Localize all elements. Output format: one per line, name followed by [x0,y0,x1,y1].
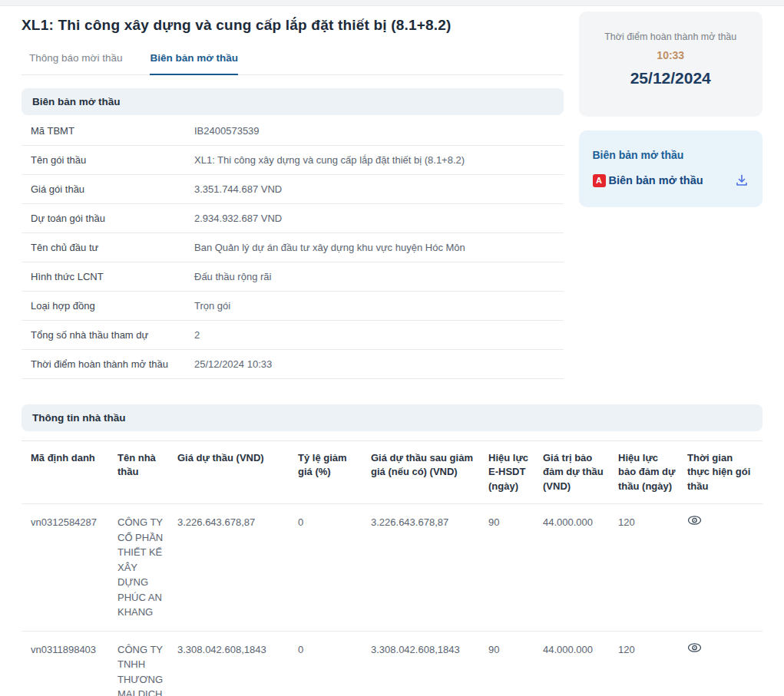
detail-section-header: Biên bản mở thầu [22,88,564,115]
bidder-ehsdt-validity: 90 [488,632,543,696]
detail-label: Hình thức LCNT [22,271,194,282]
bidder-id: vn0311898403 [22,632,117,696]
col-header-gia-du-thau: Giá dự thầu (VND) [177,441,298,503]
detail-value: 2.934.932.687 VND [194,213,564,224]
tab-bar: Thông báo mời thầu Biên bản mở thầu [22,52,564,75]
detail-row: Dự toán gói thầu 2.934.932.687 VND [22,204,564,233]
page-title: XL1: Thi công xây dựng và cung cấp lắp đ… [22,17,564,34]
bidder-discount: 0 [298,504,371,631]
tab-bien-ban-mo-thau[interactable]: Biên bản mở thầu [150,52,238,75]
document-file-row: A Biên bản mở thầu [593,173,749,187]
detail-label: Tổng số nhà thầu tham dự [22,329,194,341]
detail-list: Mã TBMT IB2400573539 Tên gói thầu XL1: T… [22,117,564,379]
detail-row: Tổng số nhà thầu tham dự 2 [22,321,564,350]
detail-value: XL1: Thi công xây dựng và cung cấp lắp đ… [194,154,564,166]
bidder-guarantee-value: 44.000.000 [543,504,618,631]
col-header-gia-tri-bao-dam: Giá trị bảo đảm dự thầu (VND) [543,441,618,503]
detail-row: Tên gói thầu XL1: Thi công xây dựng và c… [22,146,564,175]
detail-value: 25/12/2024 10:33 [194,358,564,370]
detail-label: Thời điểm hoàn thành mở thầu [22,358,194,370]
detail-row: Loại hợp đồng Trọn gói [22,292,564,321]
eye-icon[interactable] [687,632,762,696]
detail-label: Tên chủ đầu tư [22,242,194,253]
col-header-ty-le-giam-gia: Tỷ lệ giảm giá (%) [298,441,371,503]
bidder-name: CÔNG TY TNHH THƯƠNG MẠI DỊCH VỤ KỸ THUẬT… [117,632,177,696]
bidders-table-header-row: Mã định danh Tên nhà thầu Giá dự thầu (V… [22,441,762,503]
col-header-ma-dinh-danh: Mã định danh [22,441,117,503]
detail-label: Mã TBMT [22,125,194,137]
bidders-table: Mã định danh Tên nhà thầu Giá dự thầu (V… [22,440,762,696]
detail-label: Loại hợp đồng [22,300,194,312]
completion-time-card: Thời điểm hoàn thành mở thầu 10:33 25/12… [579,12,763,117]
col-header-gia-sau-giam-gia: Giá dự thầu sau giảm giá (nếu có) (VND) [371,441,488,503]
col-header-hieu-luc-ehsdt: Hiệu lực E-HSDT (ngày) [488,441,543,503]
pdf-file-icon: A [593,174,606,187]
detail-row: Tên chủ đầu tư Ban Quản lý dự án đầu tư … [22,233,564,262]
bidder-price-after-discount: 3.226.643.678,87 [371,504,488,631]
bidder-row: vn0312584287 CÔNG TY CỔ PHẦN THIẾT KẾ XÂ… [22,503,762,631]
bidder-price-after-discount: 3.308.042.608,1843 [371,632,488,696]
detail-value: Đấu thầu rộng rãi [194,271,564,282]
tab-thong-bao-moi-thau[interactable]: Thông báo mời thầu [29,52,122,74]
bidder-id: vn0312584287 [22,504,117,631]
bidder-guarantee-validity: 120 [618,632,687,696]
eye-icon[interactable] [687,504,762,631]
completion-date-value: 25/12/2024 [587,69,756,87]
page-top-strip [0,0,784,6]
bidder-guarantee-value: 44.000.000 [543,632,618,696]
bidder-name: CÔNG TY CỔ PHẦN THIẾT KẾ XÂY DỰNG PHÚC A… [117,504,177,631]
detail-value: Ban Quản lý dự án đầu tư xây dựng khu vự… [194,242,564,253]
detail-value: IB2400573539 [194,125,564,137]
col-header-ten-nha-thau: Tên nhà thầu [117,441,177,503]
bidder-bid-price: 3.226.643.678,87 [177,504,298,631]
detail-label: Giá gói thầu [22,183,194,195]
detail-value: 2 [194,329,564,341]
detail-label: Dự toán gói thầu [22,213,194,224]
detail-row: Giá gói thầu 3.351.744.687 VND [22,175,564,204]
detail-row: Thời điểm hoàn thành mở thầu 25/12/2024 … [22,350,564,379]
bidder-guarantee-validity: 120 [618,504,687,631]
document-file-link[interactable]: Biên bản mở thầu [609,174,703,186]
bidder-row: vn0311898403 CÔNG TY TNHH THƯƠNG MẠI DỊC… [22,631,762,696]
detail-value: Trọn gói [194,300,564,312]
document-card-title: Biên bản mở thầu [593,149,749,161]
detail-label: Tên gói thầu [22,154,194,166]
bidder-ehsdt-validity: 90 [488,504,543,631]
download-icon[interactable] [735,173,749,187]
completion-time-value: 10:33 [587,49,756,61]
col-header-hieu-luc-bao-dam: Hiệu lực bảo đảm dự thầu (ngày) [618,441,687,503]
bidders-section-header: Thông tin nhà thầu [22,404,762,431]
detail-row: Mã TBMT IB2400573539 [22,117,564,146]
bid-record-document-card: Biên bản mở thầu A Biên bản mở thầu [579,130,763,207]
completion-time-label: Thời điểm hoàn thành mở thầu [587,31,756,42]
bidder-bid-price: 3.308.042.608,1843 [177,632,298,696]
detail-row: Hình thức LCNT Đấu thầu rộng rãi [22,262,564,292]
detail-value: 3.351.744.687 VND [194,183,564,195]
col-header-thoi-gian-thuc-hien: Thời gian thực hiện gói thầu [687,441,762,503]
bidder-discount: 0 [298,632,371,696]
